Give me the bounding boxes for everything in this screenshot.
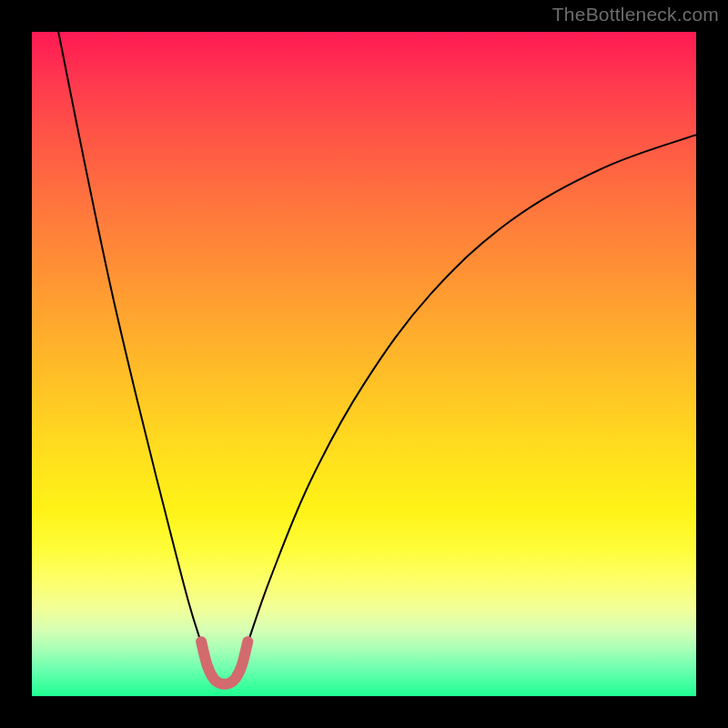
chart-frame: TheBottleneck.com (0, 0, 728, 728)
curve-layer (32, 32, 696, 696)
curve-left-descent (58, 32, 201, 643)
curve-right-ascent (248, 135, 696, 642)
watermark-text: TheBottleneck.com (552, 4, 719, 25)
plot-area (32, 32, 696, 696)
curve-valley-highlight (201, 642, 248, 684)
